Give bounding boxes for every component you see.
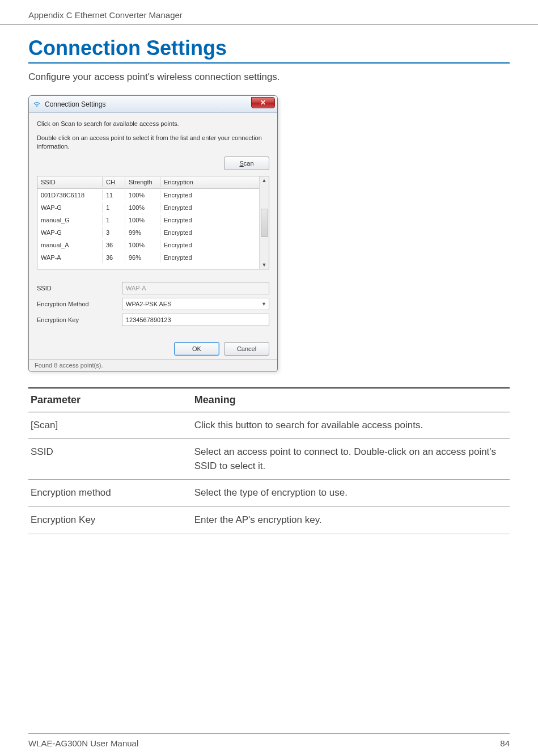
cell-encryption: Encrypted: [160, 202, 254, 213]
method-value: WPA2-PSK AES: [126, 301, 172, 307]
status-text: Found 8 access point(s).: [35, 362, 103, 369]
scan-button-rest: can: [244, 160, 254, 167]
cell-ssid: manual_G: [37, 215, 103, 225]
cell-ch: 36: [103, 240, 125, 250]
col-header-ch[interactable]: CH: [103, 177, 125, 187]
dialog-help-1: Click on Scan to search for available ac…: [37, 120, 269, 128]
table-row: [Scan] Click this button to search for a…: [28, 412, 510, 439]
scroll-thumb[interactable]: [261, 209, 268, 237]
cell-strength: 96%: [125, 252, 160, 263]
wifi-icon: [32, 100, 41, 109]
ok-button[interactable]: OK: [174, 342, 219, 356]
cell-ch: 1: [103, 202, 125, 213]
close-button[interactable]: ✕: [251, 97, 275, 108]
cell-ch: 3: [103, 227, 125, 238]
header-appendix: Appendix C Ethernet Converter Manager: [28, 10, 183, 20]
label-method: Encryption Method: [37, 301, 122, 307]
footer-manual-name: WLAE-AG300N User Manual: [28, 738, 138, 748]
table-row: SSID Select an access point to connect t…: [28, 439, 510, 480]
cell-encryption: Encrypted: [160, 240, 254, 250]
cancel-button-label: Cancel: [237, 345, 256, 352]
th-meaning: Meaning: [192, 388, 510, 412]
cell-ch: 36: [103, 252, 125, 263]
list-item[interactable]: manual_G 1 100% Encrypted: [37, 214, 259, 226]
cell-encryption: Encrypted: [160, 227, 254, 238]
cell-strength: 100%: [125, 190, 160, 200]
list-item[interactable]: WAP-A 36 96% Encrypted: [37, 251, 259, 264]
label-key: Encryption Key: [37, 316, 122, 323]
list-item[interactable]: WAP-G 1 100% Encrypted: [37, 201, 259, 214]
table-row: Encryption Key Enter the AP's encryption…: [28, 507, 510, 534]
meaning-cell: Select the type of encryption to use.: [192, 480, 510, 507]
chevron-down-icon: ▼: [261, 301, 266, 307]
ap-list: SSID CH Strength Encryption 001D738C6118…: [37, 176, 269, 269]
cell-ch: 11: [103, 190, 125, 200]
cell-ssid: 001D738C6118: [37, 190, 103, 200]
meaning-cell: Enter the AP's encryption key.: [192, 507, 510, 534]
list-item[interactable]: WAP-G 3 99% Encrypted: [37, 226, 259, 239]
param-cell: [Scan]: [28, 412, 192, 439]
param-cell: SSID: [28, 439, 192, 480]
close-icon: ✕: [260, 99, 266, 107]
list-item[interactable]: manual_A 36 100% Encrypted: [37, 239, 259, 251]
meaning-cell: Click this button to search for availabl…: [192, 412, 510, 439]
col-header-ssid[interactable]: SSID: [37, 177, 103, 187]
col-header-encryption[interactable]: Encryption: [160, 177, 254, 187]
cell-strength: 100%: [125, 202, 160, 213]
scrollbar[interactable]: ▲ ▼: [259, 176, 269, 269]
ok-button-label: OK: [192, 345, 201, 352]
cell-strength: 99%: [125, 227, 160, 238]
key-value: 1234567890123: [126, 316, 171, 323]
connection-settings-dialog: Connection Settings ✕ Click on Scan to s…: [28, 95, 278, 371]
intro-paragraph: Configure your access point's wireless c…: [28, 71, 510, 83]
table-row: Encryption method Select the type of enc…: [28, 480, 510, 507]
dialog-body: Click on Scan to search for available ac…: [29, 113, 277, 274]
dialog-button-row: OK Cancel: [29, 336, 277, 359]
cell-encryption: Encrypted: [160, 190, 254, 200]
cell-ssid: manual_A: [37, 240, 103, 250]
list-item[interactable]: 001D738C6118 11 100% Encrypted: [37, 189, 259, 201]
dialog-help-2: Double click on an access point to selec…: [37, 134, 269, 151]
cell-strength: 100%: [125, 215, 160, 225]
dialog-title: Connection Settings: [45, 100, 105, 108]
col-header-strength[interactable]: Strength: [125, 177, 160, 187]
cell-ssid: WAP-G: [37, 227, 103, 238]
footer-page-number: 84: [500, 738, 510, 748]
page-footer: WLAE-AG300N User Manual 84: [28, 733, 510, 748]
scroll-down-icon: ▼: [262, 262, 267, 268]
scan-button-mnemonic: S: [239, 160, 243, 167]
parameter-table: Parameter Meaning [Scan] Click this butt…: [28, 387, 510, 534]
cell-strength: 100%: [125, 240, 160, 250]
form-area: SSID WAP-A Encryption Method WPA2-PSK AE…: [29, 274, 277, 336]
param-cell: Encryption method: [28, 480, 192, 507]
scan-button[interactable]: Scan: [224, 157, 269, 170]
cell-ch: 1: [103, 215, 125, 225]
svg-point-0: [36, 105, 38, 107]
cell-ssid: WAP-G: [37, 202, 103, 213]
page-title: Connection Settings: [28, 36, 510, 64]
param-cell: Encryption Key: [28, 507, 192, 534]
page-header: Appendix C Ethernet Converter Manager: [0, 0, 538, 25]
scroll-up-icon: ▲: [262, 178, 267, 183]
status-bar: Found 8 access point(s).: [29, 359, 277, 371]
cell-ssid: WAP-A: [37, 252, 103, 263]
cell-encryption: Encrypted: [160, 252, 254, 263]
ssid-field: WAP-A: [122, 282, 269, 294]
th-parameter: Parameter: [28, 388, 192, 412]
encryption-key-input[interactable]: 1234567890123: [122, 314, 269, 326]
cancel-button[interactable]: Cancel: [224, 342, 269, 356]
cell-encryption: Encrypted: [160, 215, 254, 225]
dialog-titlebar: Connection Settings ✕: [29, 96, 277, 113]
label-ssid: SSID: [37, 285, 122, 292]
meaning-cell: Select an access point to connect to. Do…: [192, 439, 510, 480]
ap-list-header: SSID CH Strength Encryption: [37, 176, 259, 189]
encryption-method-select[interactable]: WPA2-PSK AES ▼: [122, 298, 269, 310]
ssid-value: WAP-A: [126, 285, 146, 292]
